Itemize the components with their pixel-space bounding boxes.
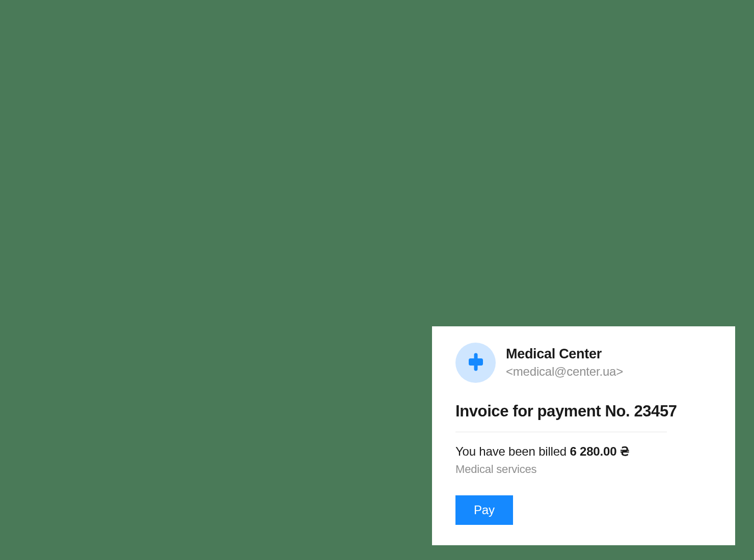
billed-amount: 6 280.00 ₴	[570, 444, 629, 458]
invoice-title: Invoice for payment No. 23457	[455, 402, 712, 421]
service-description: Medical services	[455, 463, 712, 476]
sender-avatar	[455, 343, 496, 383]
billed-line: You have been billed 6 280.00 ₴	[455, 444, 712, 459]
billed-prefix: You have been billed	[455, 444, 570, 458]
medical-cross-icon	[465, 351, 487, 375]
sender-text: Medical Center <medical@center.ua>	[506, 345, 623, 380]
sender-name: Medical Center	[506, 345, 623, 363]
pay-button[interactable]: Pay	[455, 495, 513, 525]
invoice-card: Medical Center <medical@center.ua> Invoi…	[432, 326, 735, 545]
sender-row: Medical Center <medical@center.ua>	[455, 343, 712, 383]
sender-email: <medical@center.ua>	[506, 363, 623, 380]
divider	[455, 432, 667, 432]
